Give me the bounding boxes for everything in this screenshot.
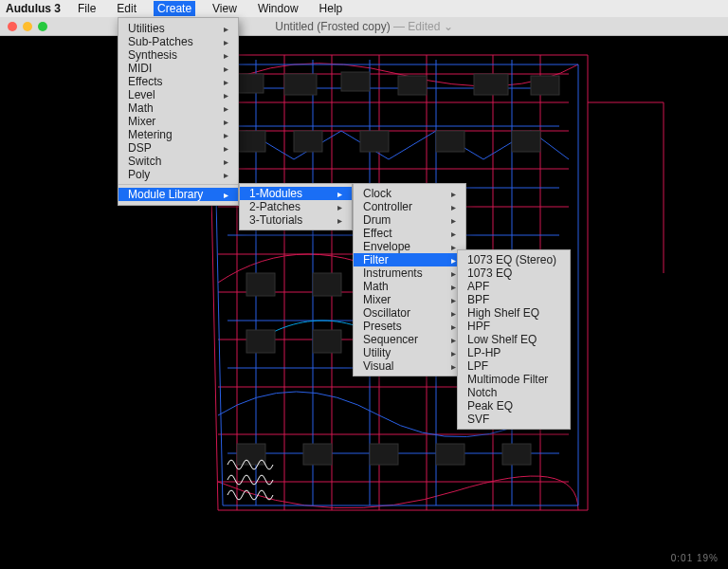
- menuitem-1-modules[interactable]: 1-Modules: [240, 187, 352, 200]
- menuitem-midi[interactable]: MIDI: [118, 62, 238, 75]
- menuitem-utilities[interactable]: Utilities: [118, 22, 238, 35]
- menuitem-bpf[interactable]: BPF: [458, 293, 570, 306]
- menuitem-mixer2[interactable]: Mixer: [354, 293, 465, 306]
- menubar: Audulus 3 File Edit Create View Window H…: [0, 0, 728, 17]
- dropdown-modules: Clock Controller Drum Effect Envelope Fi…: [353, 183, 466, 376]
- menuitem-level[interactable]: Level: [118, 88, 238, 101]
- menuitem-oscillator[interactable]: Oscillator: [354, 306, 465, 320]
- menuitem-presets[interactable]: Presets: [354, 320, 465, 333]
- app-name: Audulus 3: [6, 2, 61, 15]
- title-suffix: — Edited: [391, 20, 441, 33]
- svg-rect-7: [294, 131, 322, 152]
- svg-rect-10: [512, 131, 540, 152]
- menuitem-high-shelf[interactable]: High Shelf EQ: [458, 306, 570, 320]
- menuitem-2-patches[interactable]: 2-Patches: [240, 200, 352, 213]
- menuitem-peak-eq[interactable]: Peak EQ: [458, 399, 570, 413]
- menuitem-effects[interactable]: Effects: [118, 75, 238, 88]
- menuitem-filter[interactable]: Filter: [354, 253, 465, 266]
- dropdown-module-library: 1-Modules 2-Patches 3-Tutorials: [239, 183, 353, 230]
- menuitem-notch[interactable]: Notch: [458, 386, 570, 399]
- menuitem-clock[interactable]: Clock: [354, 187, 465, 200]
- svg-rect-0: [237, 74, 264, 93]
- menuitem-multimode[interactable]: Multimode Filter: [458, 373, 570, 386]
- menuitem-dsp[interactable]: DSP: [118, 141, 238, 155]
- menuitem-1073-stereo[interactable]: 1073 EQ (Stereo): [458, 253, 570, 266]
- menuitem-visual[interactable]: Visual: [354, 359, 465, 373]
- menuitem-low-shelf[interactable]: Low Shelf EQ: [458, 333, 570, 346]
- svg-rect-21: [303, 444, 332, 465]
- menuitem-utility[interactable]: Utility: [354, 346, 465, 359]
- menuitem-lpf[interactable]: LPF: [458, 359, 570, 373]
- menu-edit[interactable]: Edit: [113, 1, 140, 16]
- menuitem-drum[interactable]: Drum: [354, 213, 465, 227]
- menuitem-envelope[interactable]: Envelope: [354, 240, 465, 253]
- svg-rect-9: [436, 131, 464, 152]
- menuitem-subpatches[interactable]: Sub-Patches: [118, 35, 238, 48]
- menu-view[interactable]: View: [209, 1, 241, 16]
- svg-rect-24: [502, 444, 531, 465]
- menu-separator: [118, 184, 238, 185]
- menuitem-controller[interactable]: Controller: [354, 200, 465, 213]
- svg-rect-22: [370, 444, 398, 465]
- svg-rect-16: [246, 330, 275, 353]
- svg-rect-6: [237, 131, 265, 152]
- dropdown-filter: 1073 EQ (Stereo) 1073 EQ APF BPF High Sh…: [457, 249, 571, 430]
- menuitem-switch[interactable]: Switch: [118, 155, 238, 168]
- menuitem-poly[interactable]: Poly: [118, 168, 238, 181]
- menuitem-3-tutorials[interactable]: 3-Tutorials: [240, 213, 352, 227]
- svg-rect-5: [531, 76, 559, 95]
- menuitem-hpf[interactable]: HPF: [458, 320, 570, 333]
- menuitem-mixer[interactable]: Mixer: [118, 115, 238, 128]
- window-title: Untitled (Frosted copy) — Edited ⌄: [0, 20, 728, 33]
- menuitem-apf[interactable]: APF: [458, 280, 570, 293]
- svg-rect-8: [360, 131, 389, 152]
- menu-create[interactable]: Create: [154, 1, 195, 16]
- svg-rect-4: [474, 74, 508, 95]
- status-text: 0:01 19%: [671, 553, 719, 563]
- window-titlebar: Untitled (Frosted copy) — Edited ⌄: [0, 17, 728, 36]
- svg-rect-1: [284, 74, 317, 95]
- title-caret-icon[interactable]: ⌄: [444, 20, 453, 33]
- menu-file[interactable]: File: [74, 1, 100, 16]
- svg-rect-12: [313, 273, 341, 296]
- title-main: Untitled (Frosted copy): [275, 20, 390, 33]
- menuitem-instruments[interactable]: Instruments: [354, 266, 465, 280]
- dropdown-create: Utilities Sub-Patches Synthesis MIDI Eff…: [118, 17, 239, 206]
- menuitem-1073[interactable]: 1073 EQ: [458, 266, 570, 280]
- menuitem-math2[interactable]: Math: [354, 280, 465, 293]
- menuitem-module-library[interactable]: Module Library: [118, 188, 238, 201]
- svg-rect-2: [341, 72, 370, 91]
- svg-rect-17: [313, 330, 341, 353]
- menuitem-svf[interactable]: SVF: [458, 413, 570, 426]
- menuitem-math[interactable]: Math: [118, 101, 238, 115]
- menu-help[interactable]: Help: [316, 1, 347, 16]
- menu-window[interactable]: Window: [254, 1, 302, 16]
- svg-rect-3: [398, 76, 427, 95]
- menuitem-effect[interactable]: Effect: [354, 227, 465, 240]
- menuitem-synthesis[interactable]: Synthesis: [118, 48, 238, 62]
- svg-rect-11: [246, 273, 275, 296]
- menuitem-sequencer[interactable]: Sequencer: [354, 333, 465, 346]
- menuitem-metering[interactable]: Metering: [118, 128, 238, 141]
- menuitem-lp-hp[interactable]: LP-HP: [458, 346, 570, 359]
- svg-rect-23: [436, 444, 464, 465]
- waveform-module: [226, 453, 277, 510]
